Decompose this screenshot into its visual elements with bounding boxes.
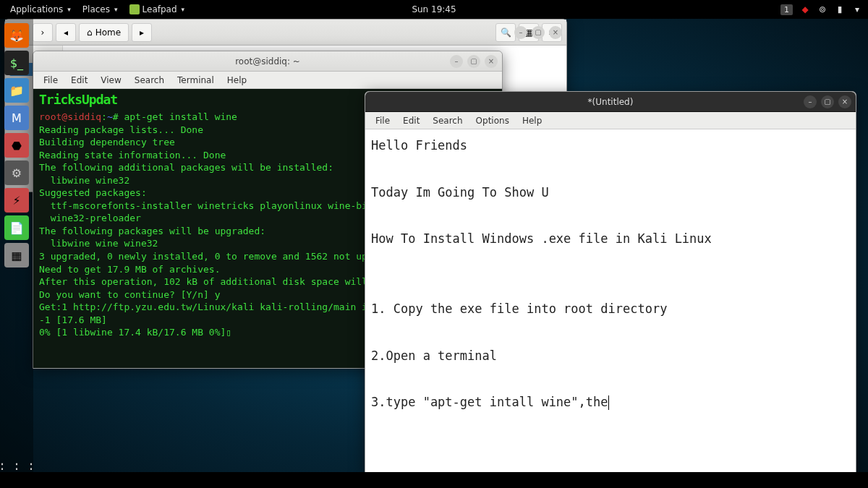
menu-help[interactable]: Help (221, 73, 252, 87)
leafpad-title: *(Untitled) (588, 97, 634, 107)
maximize-button[interactable]: ▢ (532, 26, 545, 39)
t-line: 0% [1 libwine 17.4 kB/17.6 MB 0%] (39, 327, 226, 338)
t-line: libwine wine wine32 (39, 238, 158, 249)
search-button[interactable]: 🔍 (495, 23, 516, 42)
leafpad-menubar: File Edit Search Options Help (365, 112, 856, 129)
bolt-icon: ⚡ (12, 194, 20, 207)
chevron-down-icon: ▾ (114, 6, 118, 13)
prompt-user: root@siddiq (39, 111, 101, 122)
forward-button[interactable]: › (33, 23, 53, 42)
leafpad-text-area[interactable]: Hello Friends Today Im Going To Show U H… (365, 129, 856, 472)
menu-edit[interactable]: Edit (65, 73, 93, 87)
menu-file[interactable]: File (370, 114, 396, 128)
chevron-left-icon: ◂ (64, 27, 68, 38)
chevron-right-icon: ▸ (140, 27, 144, 38)
menu-view[interactable]: View (95, 73, 127, 87)
places-menu[interactable]: Places ▾ (78, 1, 122, 17)
search-icon: 🔍 (501, 27, 511, 38)
leafpad-icon (129, 4, 140, 14)
clock-text: Sun 19:45 (412, 4, 456, 14)
minimize-button[interactable]: – (514, 26, 527, 39)
close-button[interactable]: × (549, 26, 562, 39)
path-next-button[interactable]: ▸ (132, 23, 152, 42)
dock-firefox[interactable]: 🦊 (4, 23, 29, 48)
terminal-title: root@siddiq: ~ (235, 56, 300, 67)
menu-edit[interactable]: Edit (397, 114, 425, 128)
applications-label: Applications (10, 4, 63, 14)
battery-icon[interactable]: ▮ (835, 4, 845, 14)
terminal-menubar: File Edit View Search Terminal Help (33, 72, 502, 89)
minimize-button[interactable]: – (804, 95, 817, 108)
terminal-command: apt-get install wine (124, 111, 237, 122)
clock[interactable]: Sun 19:45 (407, 1, 460, 17)
firefox-icon: 🦊 (9, 29, 24, 43)
menu-search[interactable]: Search (129, 73, 170, 87)
dock-tool[interactable]: ⚡ (4, 188, 29, 213)
nautilus-toolbar: ‹ › ◂ ⌂ Home ▸ 🔍 ▦ ≡ – ▢ × (5, 20, 566, 46)
t-line: libwine wine32 (39, 175, 129, 186)
t-line: Reading package lists... Done (39, 124, 203, 135)
chevron-down-icon: ▾ (182, 6, 185, 13)
home-icon: ⌂ (87, 27, 93, 38)
t-line: -1 [17.6 MB] (39, 314, 107, 325)
dock-files[interactable]: 📁 (4, 78, 29, 103)
minimize-button[interactable]: – (450, 55, 463, 68)
places-label: Places (82, 4, 110, 14)
dock-burp[interactable]: ⬣ (4, 133, 29, 158)
wifi-icon[interactable]: ⊚ (817, 4, 827, 14)
leafpad-window: *(Untitled) – ▢ × File Edit Search Optio… (365, 91, 856, 473)
gear-icon: ⚙ (12, 166, 22, 180)
text-cursor (608, 395, 609, 410)
menu-help[interactable]: Help (516, 114, 548, 128)
dock: 🦊 $_ 📁 M ⬣ ⚙ ⚡ 📄 ▦ ⋮⋮⋮ (0, 19, 33, 488)
path-up-button[interactable]: ◂ (56, 23, 76, 42)
active-app-indicator[interactable]: Leafpad ▾ (125, 1, 190, 17)
menu-file[interactable]: File (38, 73, 64, 87)
workspace-indicator[interactable]: 1 (780, 4, 793, 15)
dock-reader[interactable]: ▦ (4, 243, 29, 267)
leafpad-icon: 📄 (9, 221, 24, 235)
terminal-titlebar[interactable]: root@siddiq: ~ – ▢ × (33, 51, 502, 72)
leafpad-content: Hello Friends Today Im Going To Show U H… (371, 138, 712, 409)
dock-terminal[interactable]: $_ (4, 51, 29, 75)
t-line: ttf-mscorefonts-installer winetricks pla… (39, 200, 373, 211)
chevron-down-icon: ▾ (67, 6, 71, 13)
maximize-button[interactable]: ▢ (467, 55, 480, 68)
dock-metasploit[interactable]: M (4, 106, 29, 130)
leafpad-titlebar[interactable]: *(Untitled) – ▢ × (365, 92, 856, 112)
t-line: Reading state information... Done (39, 150, 226, 160)
bottom-panel (0, 472, 868, 488)
notification-icon[interactable]: ◆ (800, 4, 810, 14)
menu-terminal[interactable]: Terminal (171, 73, 220, 87)
t-line: 3 upgraded, 0 newly installed, 0 to remo… (39, 251, 367, 262)
burp-icon: ⬣ (12, 139, 22, 153)
t-line: Get:1 http://ftp.yzu.edu.tw/Linux/kali k… (39, 301, 373, 312)
applications-menu[interactable]: Applications ▾ (6, 1, 75, 17)
maximize-button[interactable]: ▢ (821, 95, 834, 108)
t-line: Need to get 17.9 MB of archives. (39, 264, 220, 275)
menu-search[interactable]: Search (427, 114, 468, 128)
chevron-down-icon[interactable]: ▾ (852, 4, 862, 14)
t-line: Suggested packages: (39, 187, 147, 198)
t-line: After this operation, 102 kB of addition… (39, 276, 367, 287)
grid-icon: ▦ (11, 249, 22, 262)
dock-leafpad[interactable]: 📄 (4, 215, 29, 240)
chevron-right-icon: › (41, 27, 45, 38)
path-label: Home (95, 27, 121, 38)
metasploit-icon: M (12, 111, 22, 125)
t-line: wine32-preloader (39, 213, 141, 223)
t-line: Do you want to continue? [Y/n] y (39, 289, 220, 300)
close-button[interactable]: × (838, 95, 851, 108)
dock-settings[interactable]: ⚙ (4, 160, 29, 185)
active-app-label: Leafpad (142, 4, 177, 14)
menu-options[interactable]: Options (470, 114, 515, 128)
terminal-icon: $_ (10, 56, 23, 70)
top-panel: Applications ▾ Places ▾ Leafpad ▾ Sun 19… (0, 0, 868, 19)
close-button[interactable]: × (485, 55, 498, 68)
t-line: Building dependency tree (39, 137, 175, 147)
t-line: The following packages will be upgraded: (39, 226, 265, 236)
prompt-path: ~ (107, 111, 113, 122)
t-line: The following additional packages will b… (39, 162, 333, 173)
folder-icon: 📁 (9, 84, 24, 98)
path-home[interactable]: ⌂ Home (79, 23, 129, 42)
